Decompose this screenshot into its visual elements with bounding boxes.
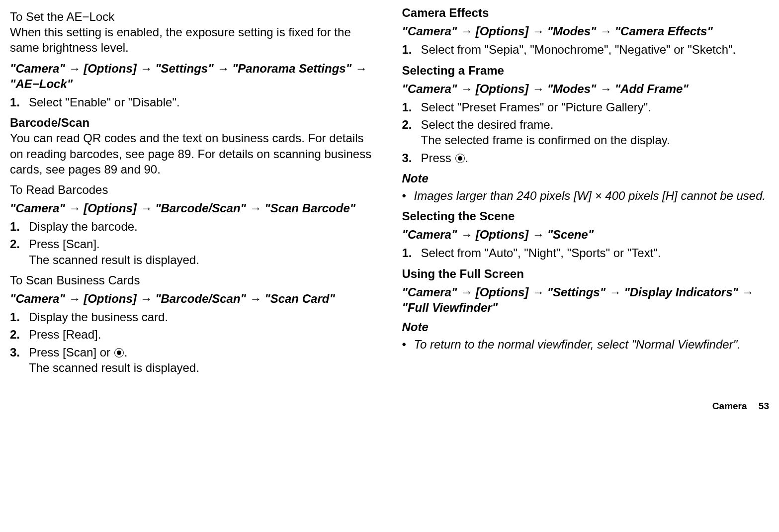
step-text: Press .: [421, 150, 469, 166]
step-text: Display the barcode.: [29, 219, 138, 234]
list-item: 2. Press [Scan]. The scanned result is d…: [10, 236, 377, 267]
read-barcodes-path: "Camera" → [Options] → "Barcode/Scan" → …: [10, 200, 377, 216]
note-item: • Images larger than 240 pixels [W] × 40…: [402, 188, 770, 203]
barcode-scan-desc: You can read QR codes and the text on bu…: [10, 130, 377, 177]
step-number: 1.: [402, 99, 414, 115]
page-number: 53: [759, 401, 769, 411]
note-item: • To return to the normal viewfinder, se…: [402, 337, 770, 352]
ae-lock-path: "Camera" → [Options] → "Settings" → "Pan…: [10, 61, 377, 91]
full-screen-path: "Camera" → [Options] → "Settings" → "Dis…: [402, 284, 770, 315]
list-item: 1. Select "Preset Frames" or "Picture Ga…: [402, 99, 770, 115]
step-number: 3.: [402, 150, 414, 166]
note-list: • To return to the normal viewfinder, se…: [402, 337, 770, 352]
center-button-icon: [455, 154, 465, 163]
list-item: 1. Display the barcode.: [10, 219, 377, 234]
step-text: Press [Read].: [29, 327, 101, 342]
ae-lock-desc: When this setting is enabled, the exposu…: [10, 24, 377, 55]
note-text: To return to the normal viewfinder, sele…: [414, 337, 770, 352]
read-barcodes-steps: 1. Display the barcode. 2. Press [Scan].…: [10, 219, 377, 267]
step-number: 2.: [10, 236, 22, 252]
step-text: Select from "Sepia", "Monochrome", "Nega…: [421, 42, 736, 57]
step-text: Press [Scan]. The scanned result is disp…: [29, 236, 199, 267]
center-button-icon: [114, 348, 124, 357]
step-text: Select "Enable" or "Disable".: [29, 94, 180, 110]
step-number: 2.: [10, 327, 22, 342]
note-list: • Images larger than 240 pixels [W] × 40…: [402, 188, 770, 203]
list-item: 1. Select "Enable" or "Disable".: [10, 94, 377, 110]
step-number: 1.: [402, 245, 414, 261]
step-number: 1.: [402, 42, 414, 57]
bullet-icon: •: [402, 337, 408, 352]
select-frame-path: "Camera" → [Options] → "Modes" → "Add Fr…: [402, 81, 770, 96]
full-screen-heading: Using the Full Screen: [402, 266, 770, 281]
barcode-scan-heading: Barcode/Scan: [10, 115, 377, 130]
step-number: 1.: [10, 219, 22, 234]
camera-effects-path: "Camera" → [Options] → "Modes" → "Camera…: [402, 23, 770, 39]
step-text: Press [Scan] or . The scanned result is …: [29, 345, 199, 375]
step-number: 1.: [10, 309, 22, 325]
note-label: Note: [402, 171, 770, 186]
step-number: 1.: [10, 94, 22, 110]
list-item: 3. Press [Scan] or . The scanned result …: [10, 345, 377, 375]
list-item: 1. Display the business card.: [10, 309, 377, 325]
ae-lock-heading: To Set the AE−Lock: [10, 9, 377, 24]
footer-section: Camera: [712, 401, 747, 411]
list-item: 2. Press [Read].: [10, 327, 377, 342]
page-content: To Set the AE−Lock When this setting is …: [10, 5, 769, 380]
step-number: 3.: [10, 345, 22, 360]
select-scene-heading: Selecting the Scene: [402, 208, 770, 224]
step-text: Select from "Auto", "Night", "Sports" or…: [421, 245, 661, 261]
camera-effects-steps: 1. Select from "Sepia", "Monochrome", "N…: [402, 42, 770, 57]
scan-cards-heading: To Scan Business Cards: [10, 272, 377, 288]
left-column: To Set the AE−Lock When this setting is …: [10, 5, 377, 380]
select-scene-steps: 1. Select from "Auto", "Night", "Sports"…: [402, 245, 770, 261]
step-text: Select "Preset Frames" or "Picture Galle…: [421, 99, 652, 115]
list-item: 3. Press .: [402, 150, 770, 166]
page-footer: Camera 53: [10, 400, 769, 413]
scan-cards-path: "Camera" → [Options] → "Barcode/Scan" → …: [10, 291, 377, 306]
list-item: 2. Select the desired frame. The selecte…: [402, 117, 770, 148]
list-item: 1. Select from "Auto", "Night", "Sports"…: [402, 245, 770, 261]
bullet-icon: •: [402, 188, 408, 203]
note-label: Note: [402, 319, 770, 335]
ae-lock-steps: 1. Select "Enable" or "Disable".: [10, 94, 377, 110]
select-scene-path: "Camera" → [Options] → "Scene": [402, 227, 770, 242]
scan-cards-steps: 1. Display the business card. 2. Press […: [10, 309, 377, 375]
step-text: Select the desired frame. The selected f…: [421, 117, 670, 148]
step-number: 2.: [402, 117, 414, 132]
camera-effects-heading: Camera Effects: [402, 5, 770, 20]
right-column: Camera Effects "Camera" → [Options] → "M…: [402, 5, 770, 380]
read-barcodes-heading: To Read Barcodes: [10, 182, 377, 197]
list-item: 1. Select from "Sepia", "Monochrome", "N…: [402, 42, 770, 57]
note-text: Images larger than 240 pixels [W] × 400 …: [414, 188, 770, 203]
select-frame-heading: Selecting a Frame: [402, 63, 770, 78]
select-frame-steps: 1. Select "Preset Frames" or "Picture Ga…: [402, 99, 770, 166]
step-text: Display the business card.: [29, 309, 168, 325]
